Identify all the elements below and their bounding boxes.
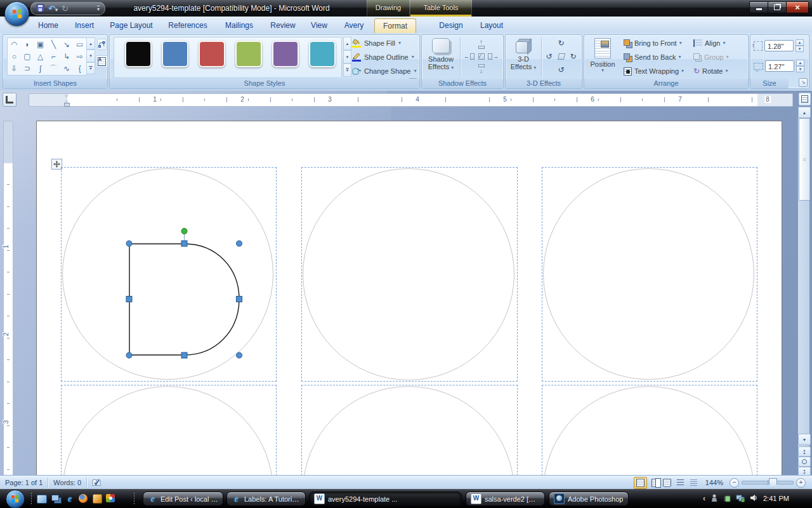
left-indent-marker[interactable] (64, 103, 70, 107)
rotate-button[interactable]: ↻ Rotate▾ (693, 65, 728, 77)
gallery-scroll-up[interactable]: ▲ (86, 37, 95, 50)
nudge-shadow-left-button[interactable]: ← (464, 51, 475, 62)
label-circle-outline[interactable] (543, 168, 754, 380)
previous-page-button[interactable]: ▲▲ (798, 446, 811, 457)
tab-mailings[interactable]: Mailings (217, 18, 261, 32)
group-button[interactable]: Group▾ (693, 51, 729, 64)
label-circle-outline[interactable] (303, 168, 514, 380)
tab-design[interactable]: Design (433, 18, 469, 32)
scribble-shape-icon[interactable]: ∫ (34, 63, 47, 75)
tilt-up-button[interactable]: ↻ (556, 38, 566, 48)
toggle-shadow-button[interactable]: ⁄ (476, 51, 487, 62)
brace-shape-icon[interactable]: { (73, 63, 86, 75)
horizontal-ruler[interactable]: 1 2 3 4 5 6 7 8 ▼ ▲ (29, 93, 793, 107)
resize-handle-top-right[interactable] (237, 241, 242, 246)
down-arrow-shape-icon[interactable]: ⇩ (8, 63, 21, 75)
nudge-shadow-right-button[interactable]: → (488, 51, 499, 62)
rotation-handle[interactable] (181, 229, 187, 234)
select-browse-object-button[interactable] (798, 457, 811, 467)
tab-avery[interactable]: Avery (337, 18, 370, 32)
styles-more-button[interactable]: ▼ (343, 64, 351, 77)
width-increase-button[interactable]: ▲ (796, 60, 804, 66)
align-button[interactable]: Align▾ (693, 37, 725, 50)
full-screen-reading-view-button[interactable] (647, 477, 660, 489)
right-arrow-shape-icon[interactable]: ⇨ (73, 50, 86, 62)
taskbar-button-avery-template[interactable]: W avery5294-template ... (309, 491, 462, 506)
outlook-icon[interactable] (93, 493, 103, 504)
label-cell[interactable] (301, 167, 518, 382)
scroll-up-button[interactable]: ▲ (798, 107, 811, 118)
outline-view-button[interactable] (674, 477, 687, 489)
tray-expand-icon[interactable]: ‹ (703, 494, 705, 503)
label-cell[interactable] (542, 385, 757, 475)
tab-page-layout[interactable]: Page Layout (104, 18, 159, 32)
zoom-slider-track[interactable] (742, 481, 794, 485)
shape-outline-button[interactable]: Shape Outline▾ (352, 51, 414, 64)
toggle-3d-button[interactable] (556, 51, 566, 62)
send-to-back-button[interactable]: Send to Back▾ (624, 51, 681, 64)
style-swatch-blue[interactable] (162, 41, 188, 67)
print-layout-view-button[interactable] (634, 477, 647, 489)
draft-view-button[interactable] (687, 477, 700, 489)
position-button[interactable]: Position ▾ (588, 36, 617, 77)
arrow-shape-icon[interactable]: ↘ (60, 38, 74, 50)
oval-shape-icon[interactable]: ○ (8, 50, 21, 62)
minimize-button[interactable] (749, 1, 768, 13)
rectangle-shape-icon[interactable]: ▭ (73, 38, 86, 50)
resize-handle-top-left[interactable] (126, 241, 132, 246)
show-desktop-icon[interactable] (37, 493, 47, 504)
firefox-icon[interactable] (79, 493, 89, 504)
zoom-level[interactable]: 144% (705, 479, 723, 486)
network-icon[interactable] (736, 494, 745, 504)
styles-scroll-up[interactable]: ▲ (343, 37, 351, 50)
curve-shape-icon[interactable]: ∿ (60, 63, 74, 75)
picasa-icon[interactable] (106, 493, 116, 504)
resize-handle-bottom[interactable] (181, 352, 187, 358)
scrollbar-thumb[interactable]: ≡ (799, 118, 810, 201)
taskbar-button-edit-post[interactable]: e Edit Post ‹ local kitc... (143, 491, 223, 506)
elbow-arrow-shape-icon[interactable]: ↳ (60, 50, 74, 62)
gallery-scroll-down[interactable]: ▼ (86, 50, 95, 62)
power-icon[interactable] (723, 494, 731, 504)
tab-layout[interactable]: Layout (473, 18, 510, 32)
proofing-status-icon[interactable] (92, 479, 102, 487)
style-swatch-green[interactable] (235, 41, 262, 67)
taskbar-button-labels-tutorial[interactable]: e Labels: A Tutorial « l... (226, 491, 306, 506)
tab-format[interactable]: Format (374, 18, 416, 33)
style-swatch-purple[interactable] (272, 41, 299, 67)
width-input[interactable]: 1.27" (765, 60, 794, 72)
page-indicator[interactable]: Page: 1 of 1 (5, 479, 43, 486)
line-shape-icon[interactable]: ╲ (47, 38, 60, 50)
taskbar-button-photoshop[interactable]: Adobe Photoshop (549, 491, 629, 506)
resize-handle-top[interactable] (181, 241, 187, 246)
nudge-shadow-up-button[interactable]: ↑ (476, 39, 487, 49)
view-ruler-toggle-button[interactable] (799, 93, 811, 105)
height-increase-button[interactable]: ▲ (796, 39, 804, 46)
arc-curve-shape-icon[interactable]: ⌒ (47, 63, 60, 75)
tab-references[interactable]: References (162, 18, 213, 32)
tilt-right-button[interactable]: ↻ (568, 51, 579, 62)
tab-view[interactable]: View (304, 18, 334, 32)
elbow-connector-shape-icon[interactable]: ⌐ (47, 50, 60, 62)
vertical-ruler[interactable]: 1 2 3 (3, 121, 13, 475)
label-cell[interactable] (542, 167, 757, 382)
shape-fill-button[interactable]: Shape Fill▾ (352, 37, 401, 50)
web-layout-view-button[interactable] (660, 477, 674, 489)
undo-icon[interactable]: ↶▾ (48, 4, 58, 13)
style-swatch-black[interactable] (125, 41, 152, 67)
textbox-shape-icon[interactable]: ▣ (34, 38, 47, 50)
text-wrapping-button[interactable]: Text Wrapping▾ (624, 65, 684, 77)
selected-d-shape[interactable] (115, 221, 261, 367)
triangle-shape-icon[interactable]: △ (34, 50, 47, 62)
3d-effects-button[interactable]: 3-D Effects ▾ (508, 36, 539, 77)
restore-button[interactable] (768, 1, 787, 13)
resize-handle-left[interactable] (126, 297, 132, 302)
textbox-button[interactable]: A (96, 55, 108, 68)
tab-insert[interactable]: Insert (69, 18, 100, 32)
office-button[interactable] (4, 1, 29, 26)
taskbar-clock[interactable]: 2:41 PM (763, 495, 789, 502)
chord-shape-icon[interactable]: ◗ (21, 38, 34, 50)
rounded-rectangle-shape-icon[interactable]: ▢ (21, 50, 34, 62)
size-dialog-launcher[interactable]: ↘ (799, 78, 808, 87)
close-button[interactable]: × (786, 1, 809, 13)
